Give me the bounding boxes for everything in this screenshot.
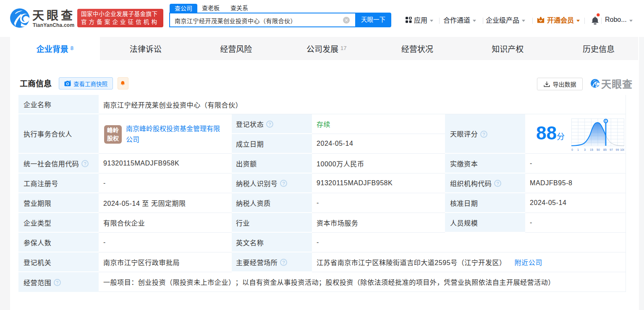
svg-text:97: 97 xyxy=(610,148,613,151)
svg-text:15: 15 xyxy=(590,148,593,151)
svg-text:50: 50 xyxy=(597,148,600,151)
svg-text:85: 85 xyxy=(603,148,607,151)
svg-text:100: 100 xyxy=(620,148,624,151)
svg-text:3: 3 xyxy=(584,148,586,151)
svg-text:1: 1 xyxy=(577,148,579,151)
svg-text:99: 99 xyxy=(616,148,619,151)
svg-text:0: 0 xyxy=(571,148,573,151)
